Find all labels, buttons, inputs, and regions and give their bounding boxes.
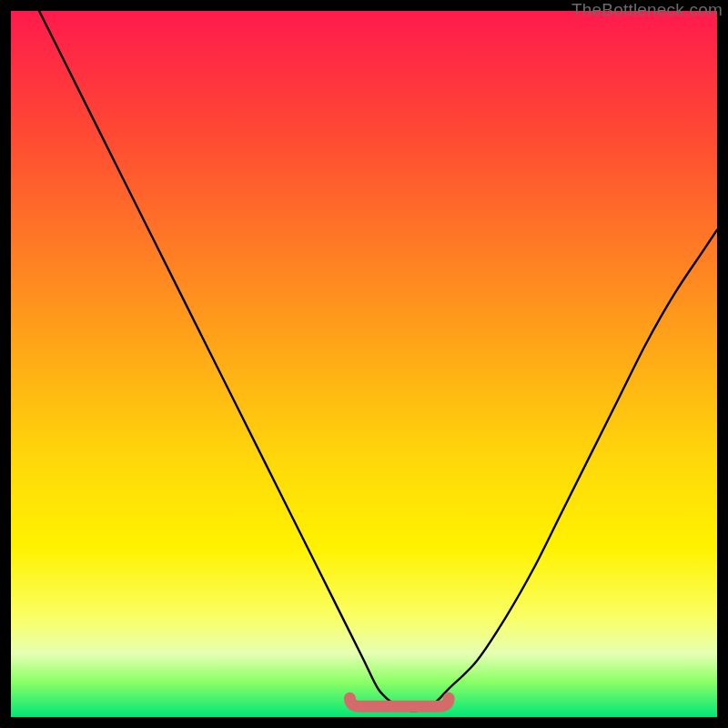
plot-area xyxy=(11,11,717,717)
valley-marker xyxy=(349,698,449,706)
curves-svg xyxy=(11,11,717,717)
bottleneck-curve xyxy=(39,11,717,711)
watermark-text: TheBottleneck.com xyxy=(571,0,723,20)
chart-frame xyxy=(11,11,717,717)
